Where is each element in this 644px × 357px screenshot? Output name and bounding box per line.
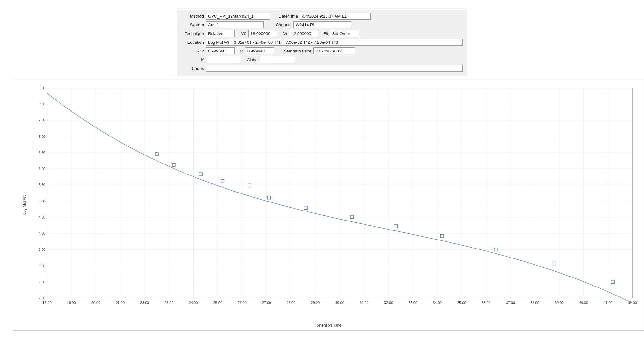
row-codes: Codes: [181, 65, 463, 72]
svg-text:34.00: 34.00: [433, 301, 442, 305]
stderr-label: Standard Error: [276, 49, 311, 53]
row-technique: Technique Relative V0 18.000000 Vt 42.00…: [181, 30, 463, 37]
svg-text:7.50: 7.50: [39, 118, 45, 122]
vt-value: 42.000000: [289, 30, 318, 37]
svg-text:21.00: 21.00: [116, 301, 125, 305]
row-system: System Arc_1 Channel W2414 RI: [181, 21, 463, 28]
x-axis-label: Retention Time: [316, 323, 342, 328]
svg-text:28.00: 28.00: [287, 301, 296, 305]
fit-label: Fit: [320, 31, 328, 36]
svg-text:29.00: 29.00: [311, 301, 320, 305]
svg-text:7.00: 7.00: [39, 135, 45, 138]
v0-label: V0: [237, 31, 246, 36]
r2-label: R^2: [181, 49, 204, 53]
vt-label: Vt: [279, 31, 287, 36]
alpha-label: Alpha: [243, 57, 258, 62]
svg-text:3.50: 3.50: [39, 248, 45, 251]
alpha-value: [260, 56, 295, 63]
svg-text:8.00: 8.00: [39, 102, 45, 106]
svg-text:19.00: 19.00: [67, 301, 76, 305]
method-label: Method: [181, 14, 204, 19]
svg-text:33.00: 33.00: [408, 301, 417, 305]
row-method: Method GPC_PM_12March24_1 Date/Time 4/4/…: [181, 13, 463, 20]
svg-text:25.00: 25.00: [213, 301, 222, 305]
codes-value: [206, 65, 463, 72]
svg-text:35.00: 35.00: [457, 301, 466, 305]
y-axis-label: Log Mol Wt: [22, 195, 27, 215]
svg-text:42.00: 42.00: [628, 301, 637, 305]
svg-text:26.00: 26.00: [238, 301, 247, 305]
svg-text:24.00: 24.00: [189, 301, 198, 305]
equation-label: Equation: [181, 40, 204, 45]
technique-value: Relative: [206, 30, 235, 37]
svg-text:32.00: 32.00: [384, 301, 393, 305]
svg-text:41.00: 41.00: [603, 301, 612, 305]
datetime-value: 4/4/2024 9:18:37 AM EDT: [300, 13, 371, 20]
svg-text:38.00: 38.00: [530, 301, 539, 305]
datetime-label: Date/Time: [272, 14, 298, 19]
stderr-value: 2.070961e-02: [313, 47, 355, 54]
technique-label: Technique: [181, 31, 204, 36]
codes-label: Codes: [181, 66, 204, 71]
channel-value: W2414 RI: [293, 21, 351, 28]
equation-value: Log Mol Wt = 3.31e+01 - 2.40e+00 T^1 + 7…: [206, 39, 463, 46]
svg-text:27.00: 27.00: [262, 301, 271, 305]
system-label: System: [181, 23, 204, 27]
svg-text:40.00: 40.00: [579, 301, 588, 305]
row-equation: Equation Log Mol Wt = 3.31e+01 - 2.40e+0…: [181, 39, 463, 46]
r-value: 0.999848: [245, 47, 274, 54]
chart-container: Log Mol Wt Retention Time 18.0019.0020.0…: [13, 80, 644, 331]
v0-value: 18.000000: [248, 30, 277, 37]
svg-text:3.00: 3.00: [39, 264, 45, 268]
svg-text:2.00: 2.00: [39, 296, 45, 300]
channel-label: Channel: [266, 23, 291, 27]
fit-value: 3rd Order: [330, 30, 359, 37]
svg-text:23.00: 23.00: [165, 301, 174, 305]
chart-area: 18.0019.0020.0021.0022.0023.0024.0025.00…: [31, 83, 637, 313]
page-wrapper: Method GPC_PM_12March24_1 Date/Time 4/4/…: [0, 0, 644, 357]
k-label: K: [181, 57, 204, 62]
svg-text:4.00: 4.00: [39, 231, 45, 235]
method-value: GPC_PM_12March24_1: [206, 13, 270, 20]
r2-value: 0.999696: [206, 47, 235, 54]
svg-text:36.00: 36.00: [482, 301, 491, 305]
row-r2: R^2 0.999696 R 0.999848 Standard Error 2…: [181, 47, 463, 54]
system-value: Arc_1: [206, 21, 264, 28]
svg-text:6.00: 6.00: [39, 167, 45, 171]
svg-text:8.50: 8.50: [39, 86, 45, 90]
svg-text:37.00: 37.00: [506, 301, 515, 305]
svg-text:22.00: 22.00: [140, 301, 149, 305]
k-value: [206, 56, 241, 63]
svg-text:31.00: 31.00: [360, 301, 369, 305]
chart-svg: 18.0019.0020.0021.0022.0023.0024.0025.00…: [31, 83, 637, 313]
svg-text:30.00: 30.00: [335, 301, 344, 305]
svg-text:39.00: 39.00: [555, 301, 564, 305]
svg-text:2.50: 2.50: [39, 280, 45, 284]
info-panel: Method GPC_PM_12March24_1 Date/Time 4/4/…: [177, 10, 467, 76]
svg-text:6.50: 6.50: [39, 151, 45, 155]
row-k: K Alpha: [181, 56, 463, 63]
svg-text:5.00: 5.00: [39, 199, 45, 203]
svg-text:5.50: 5.50: [39, 183, 45, 187]
svg-text:18.00: 18.00: [43, 301, 52, 305]
svg-text:4.50: 4.50: [39, 215, 45, 219]
r-label: R: [237, 49, 243, 53]
svg-text:20.00: 20.00: [91, 301, 100, 305]
